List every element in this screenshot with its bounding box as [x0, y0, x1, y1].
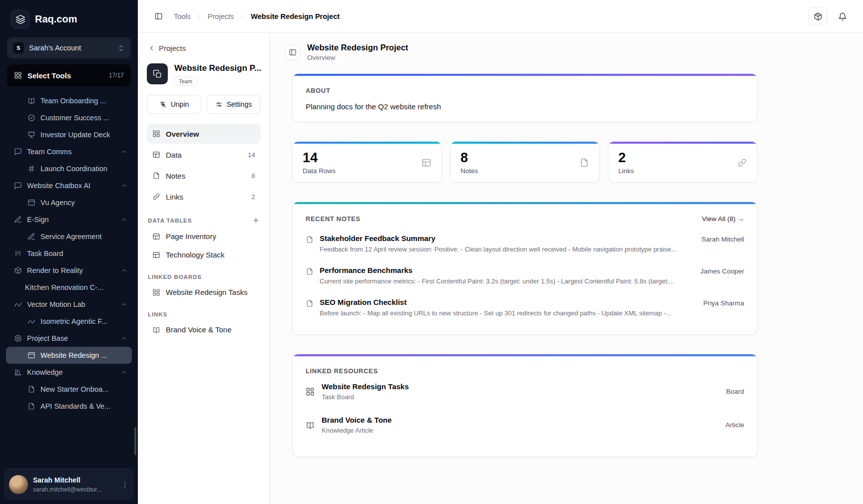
stat-card-links[interactable]: 2 Links [608, 141, 758, 183]
user-menu[interactable]: Sarah Mitchell sarah.mitchell@westbur... [4, 469, 134, 500]
table-icon [152, 251, 160, 259]
stat-text: 14 Data Rows [303, 150, 336, 175]
stat-card-data-rows[interactable]: 14 Data Rows [292, 141, 442, 183]
links-section-header: LINKS [148, 311, 260, 317]
project-nav: Overview Data 14 Notes 8 [147, 124, 261, 207]
book-open-icon [306, 421, 315, 430]
pen-icon [27, 233, 35, 241]
sidebar-item-api-standards[interactable]: API Standards & Ve... [6, 398, 132, 415]
notifications-button[interactable] [835, 9, 850, 24]
sidebar-group-vector-motion-lab[interactable]: Vector Motion Lab [6, 296, 132, 313]
sidebar-item-isometric-agentic[interactable]: Isometric Agentic F... [6, 313, 132, 330]
file-text-icon [27, 402, 35, 410]
project-view-button[interactable] [285, 45, 300, 60]
data-table-page-inventory[interactable]: Page Inventory [147, 227, 261, 246]
breadcrumb-projects[interactable]: Projects [208, 12, 234, 20]
sidebar-group-project-base[interactable]: Project Base [6, 330, 132, 347]
sidebar-item-label: Isometric Agentic F... [40, 317, 107, 325]
resource-body: Website Redesign Tasks Task Board [322, 382, 409, 401]
table-icon [152, 151, 160, 159]
resource-subtitle: Task Board [322, 393, 409, 401]
file-text-icon [306, 299, 314, 307]
note-author: James Cooper [700, 267, 744, 275]
sidebar-scrollbar-thumb[interactable] [134, 427, 136, 455]
note-row[interactable]: Performance Benchmarks Current site perf… [306, 259, 744, 291]
add-table-button[interactable] [252, 217, 260, 224]
tab-links[interactable]: Links 2 [147, 187, 261, 207]
sidebar-item-team-onboarding[interactable]: Team Onboarding ... [6, 92, 132, 109]
sidebar-group-knowledge[interactable]: Knowledge [6, 364, 132, 381]
topbar-actions [809, 7, 850, 25]
sidebar-group-label: Team Comms [27, 148, 71, 156]
sidebar-item-task-board[interactable]: Task Board [6, 245, 132, 262]
stat-text: 8 Notes [460, 150, 478, 175]
stats-row: 14 Data Rows 8 Notes [292, 141, 758, 183]
pen-icon [14, 216, 22, 224]
tab-data[interactable]: Data 14 [147, 145, 261, 165]
file-text-icon [306, 236, 314, 244]
pin-off-icon [159, 101, 167, 108]
sidebar-nav: Team Onboarding ... Customer Success ...… [0, 92, 138, 469]
main-content: Website Redesign Project Overview ABOUT … [270, 33, 863, 504]
project-title: Website Redesign P... [174, 63, 261, 73]
account-switcher[interactable]: S Sarah's Account [7, 37, 131, 58]
breadcrumb-tools[interactable]: Tools [174, 12, 191, 20]
sidebar-item-launch-coordination[interactable]: Launch Coordination [6, 160, 132, 177]
sidebar-group-render-to-reality[interactable]: Render to Reality [6, 262, 132, 279]
sidebar-item-vu-agency[interactable]: Vu Agency [6, 194, 132, 211]
settings-button[interactable]: Settings [206, 95, 261, 114]
resource-subtitle: Knowledge Article [322, 427, 392, 434]
main-sidebar: Raq.com S Sarah's Account Select Tools 1… [0, 0, 138, 504]
sidebar-item-new-starter-onboarding[interactable]: New Starter Onboa... [6, 381, 132, 398]
resource-row-website-redesign-tasks[interactable]: Website Redesign Tasks Task Board Board [306, 375, 744, 408]
links-heading: LINKS [148, 311, 167, 317]
link-brand-voice-tone[interactable]: Brand Voice & Tone [147, 320, 261, 339]
stat-card-notes[interactable]: 8 Notes [450, 141, 600, 183]
project-title-block: Website Redesign P... Team [174, 63, 261, 86]
recent-notes-heading: RECENT NOTES [306, 215, 361, 223]
view-all-notes-link[interactable]: View All (8) → [702, 215, 744, 223]
resource-row-brand-voice-tone[interactable]: Brand Voice & Tone Knowledge Article Art… [306, 408, 744, 442]
chevron-up-icon [121, 216, 128, 223]
sidebar-group-team-comms[interactable]: Team Comms [6, 143, 132, 160]
sidebar-item-label: Task Board [27, 250, 63, 257]
chevron-right-icon [196, 13, 203, 20]
note-body: SEO Migration Checklist Before launch: -… [320, 298, 688, 317]
linked-resources-heading: LINKED RESOURCES [306, 367, 744, 375]
topbar: Tools Projects Website Redesign Project [138, 0, 863, 33]
linked-resources-card: LINKED RESOURCES Website Redesign Tasks … [292, 354, 758, 457]
note-title: Stakeholder Feedback Summary [320, 234, 686, 243]
sidebar-item-website-redesign[interactable]: Website Redesign ... [6, 347, 132, 364]
sidebar-item-investor-update-deck[interactable]: Investor Update Deck [6, 126, 132, 143]
sidebar-item-service-agreement[interactable]: Service Agreement [6, 228, 132, 245]
select-tools-button[interactable]: Select Tools 17/17 [7, 64, 131, 86]
sidebar-toggle-button[interactable] [151, 9, 166, 24]
integrations-button[interactable] [809, 7, 827, 25]
tab-overview[interactable]: Overview [147, 124, 261, 144]
user-name: Sarah Mitchell [33, 476, 80, 484]
unpin-button[interactable]: Unpin [147, 95, 201, 114]
back-to-projects-link[interactable]: Projects [148, 44, 260, 52]
note-snippet: Current site performance metrics: - Firs… [320, 277, 685, 285]
settings-label: Settings [227, 100, 252, 108]
chevron-up-icon [121, 267, 128, 274]
chat-icon [14, 182, 22, 190]
sidebar-group-label: Render to Reality [27, 266, 83, 274]
sidebar-group-e-sign[interactable]: E-Sign [6, 211, 132, 228]
sidebar-item-label: Launch Coordination [40, 165, 107, 173]
tab-notes[interactable]: Notes 8 [147, 166, 261, 186]
sidebar-item-kitchen-renovation[interactable]: Kitchen Renovation C-... [6, 279, 132, 296]
data-table-label: Technology Stack [166, 251, 225, 259]
link-icon [737, 158, 747, 168]
sidebar-group-website-chatbox-ai[interactable]: Website Chatbox AI [6, 177, 132, 194]
data-table-technology-stack[interactable]: Technology Stack [147, 246, 261, 264]
stat-value: 8 [460, 150, 478, 166]
linked-board-website-redesign-tasks[interactable]: Website Redesign Tasks [147, 283, 261, 301]
resource-title: Website Redesign Tasks [322, 382, 409, 391]
sidebar-item-customer-success[interactable]: Customer Success ... [6, 109, 132, 126]
kebab-menu-icon[interactable] [121, 481, 129, 489]
data-tables-section-header: DATA TABLES [148, 217, 260, 224]
note-row[interactable]: SEO Migration Checklist Before launch: -… [306, 291, 744, 323]
note-row[interactable]: Stakeholder Feedback Summary Feedback fr… [306, 228, 744, 259]
vector-wave-icon [27, 317, 35, 325]
